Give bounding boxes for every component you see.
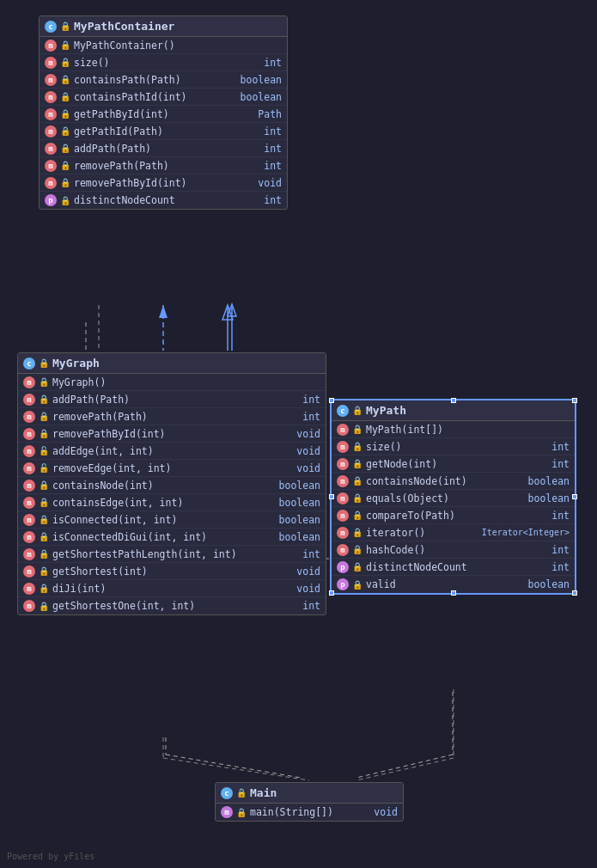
row-name: size() (74, 57, 110, 69)
svg-line-7 (166, 755, 301, 778)
row-name: removePathById(int) (52, 428, 166, 440)
access-icon: 🔒 (60, 144, 70, 153)
row-type: int (264, 160, 282, 172)
row-containsnode: m 🔒 containsNode(int) boolean (18, 477, 326, 494)
access-icon: 🔒 (60, 58, 70, 67)
row-name: removePathById(int) (74, 177, 187, 189)
svg-marker-5 (228, 304, 236, 316)
row-name: iterator() (366, 527, 425, 539)
row-name: distinctNodeCount (74, 194, 175, 206)
node-main[interactable]: c 🔒 Main m 🔒 main(String[]) void (215, 782, 404, 822)
row-name: hashCode() (366, 544, 425, 556)
access-icon: 🔒 (60, 109, 70, 119)
badge-m: m (45, 125, 57, 138)
row-getshortest: m 🔒 getShortest(int) void (18, 563, 326, 580)
row-containsedge: m 🔒 containsEdge(int, int) boolean (18, 494, 326, 511)
diagram-canvas: c 🔒 MyPathContainer m 🔒 MyPathContainer(… (0, 0, 597, 868)
row-mypathcontainer-constructor: m 🔒 MyPathContainer() (40, 37, 287, 54)
row-type: boolean (241, 91, 282, 103)
row-name: getNode(int) (366, 458, 437, 470)
row-type: int (264, 57, 282, 69)
svg-marker-14 (222, 305, 233, 320)
row-name: containsNode(int) (52, 480, 154, 492)
row-name: addEdge(int, int) (52, 445, 154, 457)
node-mygraph[interactable]: c 🔒 MyGraph m 🔒 MyGraph() m 🔒 addPath(Pa… (17, 352, 326, 615)
row-name: distinctNodeCount (366, 561, 467, 573)
badge-m: m (45, 57, 57, 69)
row-name: containsPath(Path) (74, 74, 181, 86)
row-removepath: m 🔒 removePath(Path) int (40, 157, 287, 174)
row-mygraph-constructor: m 🔒 MyGraph() (18, 374, 326, 391)
row-name: size() (366, 441, 402, 453)
node-mygraph-header: c 🔒 MyGraph (18, 353, 326, 374)
row-name: MyPathContainer() (74, 40, 175, 52)
badge-m: m (45, 160, 57, 172)
node-main-title: Main (250, 786, 277, 799)
row-removeedge: m 🔓 removeEdge(int, int) void (18, 460, 326, 477)
row-name: compareTo(Path) (366, 510, 455, 522)
badge-m: m (45, 91, 57, 103)
row-name: MyPath(int[]) (366, 424, 443, 436)
row-name: getShortestOne(int, int) (52, 600, 195, 612)
row-name: removePath(Path) (52, 411, 148, 423)
row-type: int (264, 125, 282, 138)
row-containsnode: m 🔒 containsNode(int) boolean (332, 473, 575, 490)
row-distinctnodecount: p 🔒 distinctNodeCount int (40, 192, 287, 209)
row-type: Path (258, 108, 282, 120)
access-icon: 🔒 (60, 178, 70, 187)
row-removepath: m 🔒 removePath(Path) int (18, 408, 326, 425)
row-name: containsNode(int) (366, 475, 467, 487)
row-main-method: m 🔒 main(String[]) void (216, 804, 403, 821)
node-mypathcontainer[interactable]: c 🔒 MyPathContainer m 🔒 MyPathContainer(… (39, 15, 288, 210)
row-iterator: m 🔒 iterator() Iterator<Integer> (332, 524, 575, 541)
row-name: valid (366, 578, 396, 590)
row-getshortestpathlength: m 🔒 getShortestPathLength(int, int) int (18, 546, 326, 563)
badge-m: m (45, 177, 57, 189)
row-removepathbyid: m 🔒 removePathById(int) void (40, 174, 287, 192)
svg-line-9 (356, 755, 453, 778)
row-name: removeEdge(int, int) (52, 462, 171, 474)
row-type: void (258, 177, 282, 189)
node-mypath[interactable]: c 🔒 MyPath m 🔒 MyPath(int[]) m 🔒 size() … (331, 400, 576, 594)
badge-m: m (45, 74, 57, 86)
row-addedge: m 🔓 addEdge(int, int) void (18, 443, 326, 460)
row-size: m 🔒 size() int (40, 54, 287, 71)
powered-by: Powered by yFiles (7, 852, 94, 861)
row-name: containsPathId(int) (74, 91, 187, 103)
row-mypath-constructor: m 🔒 MyPath(int[]) (332, 421, 575, 438)
row-type: int (264, 143, 282, 155)
row-addpath: m 🔒 addPath(Path) int (18, 391, 326, 408)
row-size: m 🔒 size() int (332, 438, 575, 455)
row-getpathid: m 🔒 getPathId(Path) int (40, 123, 287, 140)
badge-m: m (45, 108, 57, 120)
access-icon: 🔒 (60, 161, 70, 170)
row-equals: m 🔒 equals(Object) boolean (332, 490, 575, 507)
row-isconnected: m 🔒 isConnected(int, int) boolean (18, 511, 326, 529)
row-type: boolean (241, 74, 282, 86)
row-name: getShortest(int) (52, 565, 148, 578)
node-mypath-title: MyPath (366, 404, 406, 417)
badge-m: m (45, 40, 57, 52)
row-name: getPathId(Path) (74, 125, 163, 138)
row-getpathbyid: m 🔒 getPathById(int) Path (40, 106, 287, 123)
access-icon: 🔒 (60, 126, 70, 136)
row-removepathbyid: m 🔒 removePathById(int) void (18, 425, 326, 443)
badge-m: m (45, 143, 57, 155)
class-badge-c: c (23, 358, 35, 370)
svg-marker-1 (159, 305, 168, 318)
badge-p: p (45, 194, 57, 206)
class-badge-c: c (45, 21, 57, 33)
row-name: containsEdge(int, int) (52, 497, 183, 509)
node-main-header: c 🔒 Main (216, 783, 403, 804)
node-mypathcontainer-header: c 🔒 MyPathContainer (40, 16, 287, 37)
row-distinctnodecount: p 🔒 distinctNodeCount int (332, 559, 575, 576)
row-name: getPathById(int) (74, 108, 169, 120)
access-icon: 🔒 (60, 92, 70, 101)
node-mypathcontainer-title: MyPathContainer (74, 20, 174, 33)
access-icon: 🔒 (60, 196, 70, 205)
access-icon: 🔒 (60, 40, 70, 50)
row-name: equals(Object) (366, 492, 449, 504)
row-name: addPath(Path) (52, 394, 130, 406)
node-mygraph-title: MyGraph (52, 357, 100, 370)
row-name: diJi(int) (52, 583, 106, 595)
